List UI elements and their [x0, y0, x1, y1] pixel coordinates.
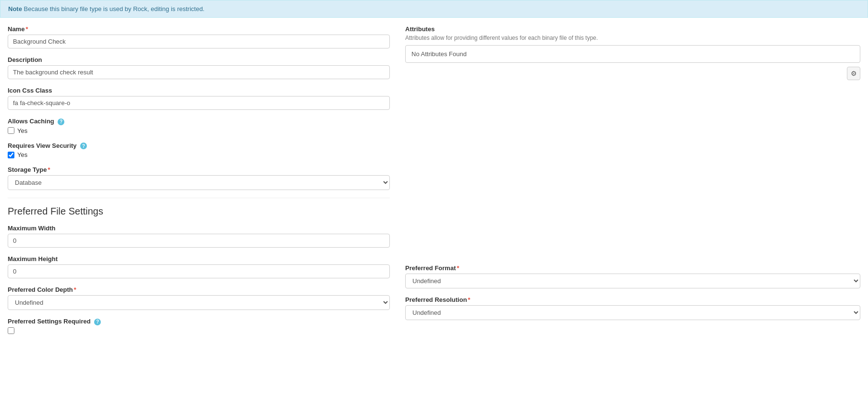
- requires-view-security-checkbox[interactable]: [8, 152, 14, 158]
- allows-caching-label: Allows Caching ?: [8, 118, 390, 125]
- storage-type-select[interactable]: Database File System Cloud: [8, 175, 390, 190]
- preferred-settings-required-checkbox[interactable]: [8, 327, 14, 334]
- icon-css-class-input[interactable]: [8, 96, 390, 110]
- preferred-settings-required-checkbox-group: [8, 327, 390, 334]
- page-wrapper: Note Because this binary file type is us…: [0, 0, 868, 406]
- allows-caching-help-icon[interactable]: ?: [58, 119, 64, 125]
- attributes-section: Attributes Attributes allow for providin…: [405, 25, 860, 63]
- preferred-settings-required-label: Preferred Settings Required ?: [8, 318, 390, 325]
- allows-caching-yes-label[interactable]: Yes: [17, 127, 27, 134]
- note-prefix: Note: [8, 5, 22, 12]
- maximum-height-label: Maximum Height: [8, 255, 390, 263]
- preferred-settings-required-group: Preferred Settings Required ?: [8, 318, 390, 334]
- icon-css-class-label: Icon Css Class: [8, 87, 390, 94]
- preferred-file-settings-section: Preferred File Settings Maximum Width Ma…: [8, 198, 390, 334]
- note-text: Because this binary file type is used by…: [24, 5, 205, 12]
- attributes-gear-button[interactable]: ⚙: [847, 67, 860, 80]
- name-required: *: [25, 25, 28, 33]
- description-group: Description: [8, 56, 390, 79]
- maximum-width-input[interactable]: [8, 234, 390, 248]
- preferred-format-select[interactable]: Undefined: [405, 274, 860, 288]
- requires-view-security-checkbox-group: Yes: [8, 151, 390, 158]
- preferred-color-depth-select[interactable]: Undefined: [8, 295, 390, 310]
- maximum-width-group: Maximum Width: [8, 225, 390, 248]
- requires-view-security-group: Requires View Security ? Yes: [8, 142, 390, 159]
- requires-view-security-label: Requires View Security ?: [8, 142, 390, 150]
- attributes-empty-message: No Attributes Found: [405, 45, 860, 63]
- storage-type-required: *: [48, 166, 50, 173]
- maximum-width-label: Maximum Width: [8, 225, 390, 232]
- preferred-resolution-required: *: [468, 296, 470, 303]
- description-label: Description: [8, 56, 390, 63]
- main-content: Name* Description Icon Css Class Allows …: [0, 18, 868, 349]
- requires-view-security-help-icon[interactable]: ?: [80, 143, 87, 149]
- preferred-format-group: Preferred Format* Undefined: [405, 264, 860, 288]
- maximum-height-input[interactable]: [8, 264, 390, 278]
- name-label: Name*: [8, 25, 390, 33]
- preferred-resolution-group: Preferred Resolution* Undefined: [405, 296, 860, 320]
- preferred-format-label: Preferred Format*: [405, 264, 860, 272]
- preferred-resolution-select[interactable]: Undefined: [405, 305, 860, 320]
- storage-type-group: Storage Type* Database File System Cloud: [8, 166, 390, 190]
- icon-css-class-group: Icon Css Class: [8, 87, 390, 110]
- preferred-color-depth-required: *: [74, 286, 76, 293]
- note-banner: Note Because this binary file type is us…: [0, 0, 868, 18]
- preferred-settings-required-help-icon[interactable]: ?: [94, 319, 101, 325]
- gear-icon: ⚙: [851, 70, 857, 77]
- preferred-resolution-label: Preferred Resolution*: [405, 296, 860, 303]
- preferred-color-depth-group: Preferred Color Depth* Undefined: [8, 286, 390, 310]
- allows-caching-checkbox[interactable]: [8, 127, 14, 134]
- right-column: Attributes Attributes allow for providin…: [401, 25, 860, 342]
- preferred-file-settings-title: Preferred File Settings: [8, 198, 390, 217]
- right-preferred-settings: Preferred Format* Undefined Preferred Re…: [405, 264, 860, 320]
- attributes-description: Attributes allow for providing different…: [405, 35, 860, 41]
- left-column: Name* Description Icon Css Class Allows …: [8, 25, 401, 342]
- allows-caching-group: Allows Caching ? Yes: [8, 118, 390, 134]
- allows-caching-checkbox-group: Yes: [8, 127, 390, 134]
- requires-view-security-yes-label[interactable]: Yes: [17, 151, 27, 158]
- maximum-height-group: Maximum Height: [8, 255, 390, 278]
- storage-type-label: Storage Type*: [8, 166, 390, 173]
- preferred-format-required: *: [457, 264, 459, 272]
- description-input[interactable]: [8, 65, 390, 79]
- preferred-color-depth-label: Preferred Color Depth*: [8, 286, 390, 293]
- name-input[interactable]: [8, 35, 390, 48]
- attributes-title: Attributes: [405, 25, 860, 33]
- name-group: Name*: [8, 25, 390, 48]
